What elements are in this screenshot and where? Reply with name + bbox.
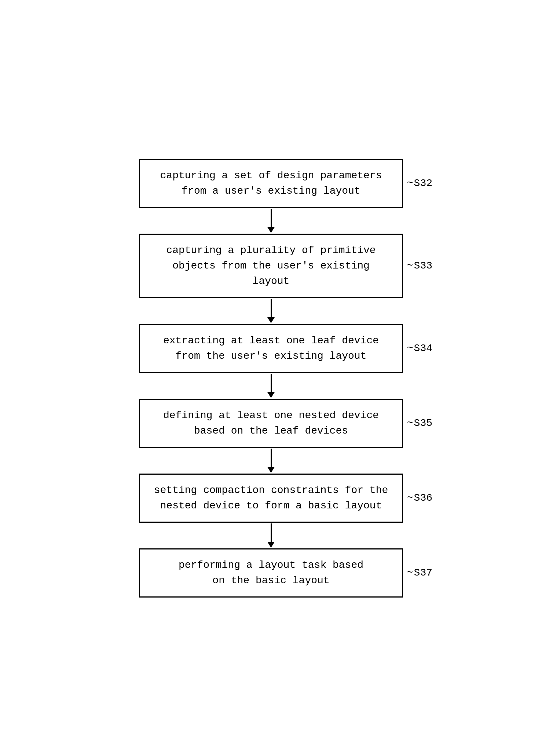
- arrow-5: [66, 523, 476, 548]
- arrow-2: [66, 298, 476, 324]
- step-box-s32: capturing a set of design parameters fro…: [139, 159, 403, 208]
- step-s32-line2: from a user's existing layout: [182, 185, 360, 197]
- arrow-1: [66, 208, 476, 234]
- arrow-shape-4: [267, 449, 275, 473]
- step-s32-line1: capturing a set of design parameters: [160, 170, 382, 181]
- arrow-line-4: [271, 449, 272, 467]
- arrow-shape-3: [267, 374, 275, 398]
- step-s35-line2: based on the leaf devices: [194, 425, 348, 437]
- step-box-s34: extracting at least one leaf device from…: [139, 324, 403, 373]
- arrow-line-1: [271, 209, 272, 227]
- step-row-s36: setting compaction constraints for the n…: [66, 474, 476, 523]
- arrow-head-4: [267, 467, 275, 473]
- step-label-s36: S36: [407, 492, 432, 504]
- step-box-s35: defining at least one nested device base…: [139, 399, 403, 448]
- step-row-s35: defining at least one nested device base…: [66, 399, 476, 448]
- step-row-s37: performing a layout task based on the ba…: [66, 548, 476, 598]
- step-box-s33: capturing a plurality of primitive objec…: [139, 234, 403, 298]
- arrow-head-2: [267, 317, 275, 323]
- step-s34-line1: extracting at least one leaf device: [163, 335, 379, 346]
- step-s37-line2: on the basic layout: [212, 575, 329, 586]
- arrow-shape-5: [267, 523, 275, 548]
- step-s37-line1: performing a layout task based: [179, 559, 363, 571]
- arrow-head-1: [267, 227, 275, 233]
- arrow-line-5: [271, 523, 272, 542]
- step-s35-line1: defining at least one nested device: [163, 410, 379, 421]
- step-s34-line2: from the user's existing layout: [176, 350, 367, 362]
- arrow-shape-2: [267, 299, 275, 323]
- arrow-3: [66, 373, 476, 399]
- step-s33-line2: objects from the user's existing layout: [172, 260, 370, 287]
- step-row-s33: capturing a plurality of primitive objec…: [66, 234, 476, 298]
- arrow-4: [66, 448, 476, 474]
- arrow-head-3: [267, 392, 275, 398]
- step-label-s34: S34: [407, 343, 432, 354]
- step-s33-line1: capturing a plurality of primitive: [166, 245, 376, 256]
- step-label-s37: S37: [407, 567, 432, 578]
- step-label-s33: S33: [407, 260, 432, 271]
- flowchart-container: capturing a set of design parameters fro…: [51, 137, 491, 620]
- step-label-s35: S35: [407, 417, 432, 429]
- arrow-shape-1: [267, 209, 275, 233]
- step-s36-line1: setting compaction constraints for the: [154, 485, 388, 496]
- arrow-head-5: [267, 542, 275, 548]
- step-box-s37: performing a layout task based on the ba…: [139, 548, 403, 598]
- arrow-line-2: [271, 299, 272, 317]
- step-row-s34: extracting at least one leaf device from…: [66, 324, 476, 373]
- step-row-s32: capturing a set of design parameters fro…: [66, 159, 476, 208]
- step-label-s32: S32: [407, 178, 432, 189]
- arrow-line-3: [271, 374, 272, 392]
- step-s36-line2: nested device to form a basic layout: [160, 500, 382, 511]
- step-box-s36: setting compaction constraints for the n…: [139, 474, 403, 523]
